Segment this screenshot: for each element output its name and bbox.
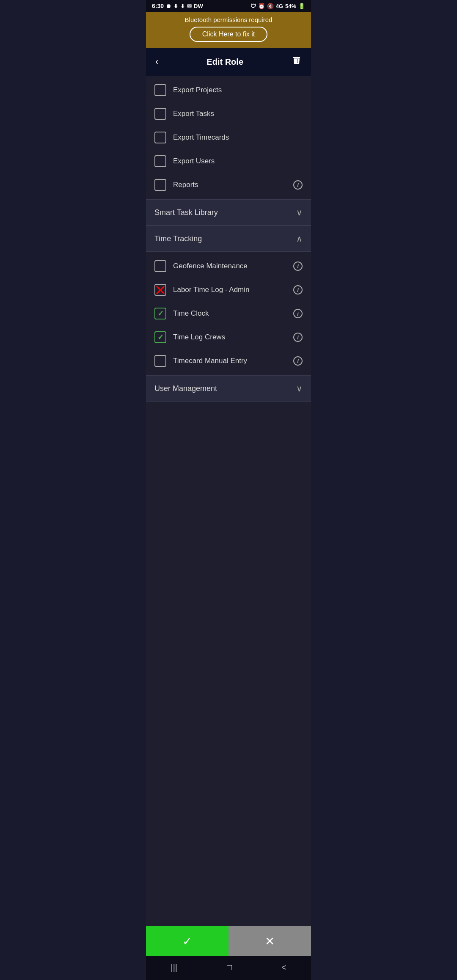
- label-timecard-manual-entry: Timecard Manual Entry: [173, 357, 286, 365]
- info-icon-time-log-crews[interactable]: i: [293, 333, 303, 342]
- cancel-icon: ✕: [265, 934, 275, 948]
- status-signal: 4G: [276, 3, 283, 9]
- list-item: Export Timecards: [146, 126, 311, 149]
- chevron-up-icon: ∧: [296, 234, 303, 244]
- label-reports: Reports: [173, 181, 286, 189]
- header: ‹ Edit Role: [146, 48, 311, 76]
- status-battery-icon: 🔋: [298, 3, 305, 9]
- section-title-smart-task: Smart Task Library: [154, 208, 218, 217]
- list-item: Export Tasks: [146, 102, 311, 126]
- label-time-clock: Time Clock: [173, 309, 286, 318]
- info-icon-time-clock[interactable]: i: [293, 309, 303, 318]
- checkbox-export-tasks[interactable]: [154, 108, 166, 120]
- spacer: [146, 402, 311, 410]
- menu-icon: |||: [171, 963, 177, 972]
- trash-icon: [292, 55, 302, 66]
- checkmark-icon: ✓: [157, 309, 164, 318]
- label-export-tasks: Export Tasks: [173, 110, 303, 118]
- delete-button[interactable]: [290, 54, 303, 70]
- section-smart-task-library[interactable]: Smart Task Library ∨: [146, 199, 311, 226]
- checkbox-export-projects[interactable]: [154, 84, 166, 96]
- list-item: Export Projects: [146, 78, 311, 102]
- info-icon-labor-time[interactable]: i: [293, 285, 303, 295]
- label-labor-time-log-admin: Labor Time Log - Admin: [173, 286, 286, 294]
- status-right: 🛡 ⏰ 🔇 4G 54% 🔋: [251, 3, 305, 9]
- confirm-button[interactable]: ✓: [146, 926, 228, 956]
- status-bar: 6:30 ⏺ ⬇ ⬇ ✉ DW 🛡 ⏰ 🔇 4G 54% 🔋: [146, 0, 311, 12]
- back-button[interactable]: ‹: [154, 55, 160, 69]
- status-icon-dw: DW: [194, 3, 203, 9]
- home-icon: □: [227, 963, 232, 972]
- label-export-users: Export Users: [173, 157, 303, 165]
- label-export-timecards: Export Timecards: [173, 133, 303, 142]
- checkbox-export-timecards[interactable]: [154, 132, 166, 143]
- status-icon-vcr: ⏺: [166, 3, 171, 9]
- checkbox-timecard-manual-entry[interactable]: [154, 355, 166, 367]
- list-item: ✓ Time Clock i: [146, 302, 311, 325]
- list-item: Timecard Manual Entry i: [146, 349, 311, 373]
- list-item: Reports i: [146, 173, 311, 197]
- content-area: Export Projects Export Tasks Export Time…: [146, 76, 311, 926]
- checkbox-time-log-crews[interactable]: ✓: [154, 331, 166, 343]
- export-items-list: Export Projects Export Tasks Export Time…: [146, 76, 311, 199]
- checkbox-labor-time-log-admin[interactable]: [154, 284, 166, 296]
- bottom-buttons: ✓ ✕: [146, 926, 311, 956]
- chevron-down-icon: ∨: [296, 207, 303, 217]
- nav-home-button[interactable]: □: [218, 961, 240, 974]
- back-icon: <: [281, 963, 286, 972]
- checkbox-reports[interactable]: [154, 179, 166, 191]
- bluetooth-message: Bluetooth permissions required: [153, 16, 304, 23]
- status-left: 6:30 ⏺ ⬇ ⬇ ✉ DW: [152, 3, 203, 9]
- page-title: Edit Role: [206, 57, 243, 67]
- info-icon-timecard-manual[interactable]: i: [293, 356, 303, 366]
- status-icon-download2: ⬇: [180, 3, 185, 9]
- section-user-management[interactable]: User Management ∨: [146, 375, 311, 402]
- status-icon-mute: 🔇: [267, 3, 274, 9]
- status-icon-shield: 🛡: [251, 3, 256, 9]
- status-icon-alarm: ⏰: [258, 3, 265, 9]
- checkmark-icon: ✓: [157, 333, 164, 342]
- cancel-button[interactable]: ✕: [228, 926, 311, 956]
- label-geofence-maintenance: Geofence Maintenance: [173, 262, 286, 270]
- status-icon-download1: ⬇: [173, 3, 178, 9]
- chevron-down-icon-user: ∨: [296, 383, 303, 394]
- nav-back-button[interactable]: <: [273, 961, 295, 974]
- checkbox-export-users[interactable]: [154, 155, 166, 167]
- section-title-user-management: User Management: [154, 384, 217, 393]
- bluetooth-banner: Bluetooth permissions required Click Her…: [146, 12, 311, 48]
- checkbox-geofence-maintenance[interactable]: [154, 260, 166, 272]
- navigation-bar: ||| □ <: [146, 956, 311, 980]
- status-icon-email: ✉: [187, 3, 192, 9]
- status-time: 6:30: [152, 3, 164, 9]
- status-battery: 54%: [285, 3, 296, 9]
- section-time-tracking[interactable]: Time Tracking ∧: [146, 226, 311, 252]
- list-item: Labor Time Log - Admin i: [146, 278, 311, 302]
- nav-menu-button[interactable]: |||: [162, 961, 186, 974]
- label-time-log-crews: Time Log Crews: [173, 333, 286, 341]
- info-icon-geofence[interactable]: i: [293, 262, 303, 271]
- time-tracking-items-list: Geofence Maintenance i Labor Time Log - …: [146, 252, 311, 375]
- section-title-time-tracking: Time Tracking: [154, 234, 202, 243]
- checkbox-time-clock[interactable]: ✓: [154, 308, 166, 319]
- list-item: ✓ Time Log Crews i: [146, 325, 311, 349]
- list-item: Export Users: [146, 149, 311, 173]
- label-export-projects: Export Projects: [173, 86, 303, 94]
- fix-bluetooth-button[interactable]: Click Here to fix it: [190, 27, 267, 42]
- confirm-icon: ✓: [182, 934, 192, 948]
- info-icon-reports[interactable]: i: [293, 180, 303, 190]
- list-item: Geofence Maintenance i: [146, 254, 311, 278]
